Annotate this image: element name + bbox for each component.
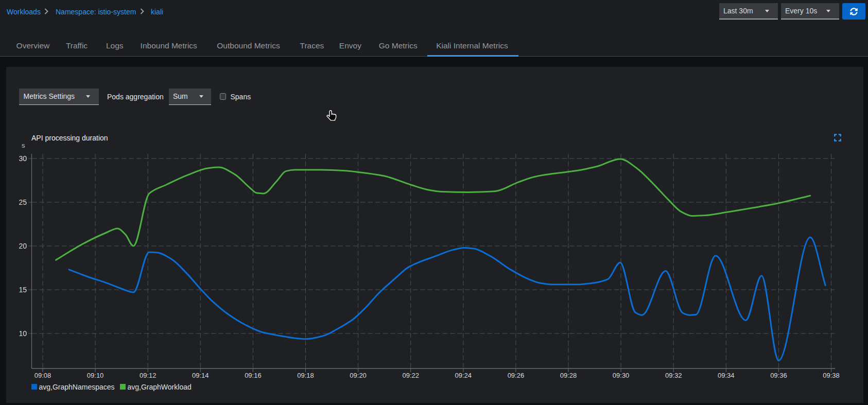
svg-text:avg,GraphNamespaces: avg,GraphNamespaces [39,383,115,391]
svg-text:09:32: 09:32 [665,372,682,379]
svg-text:09:30: 09:30 [613,372,630,379]
svg-text:09:28: 09:28 [560,372,577,379]
svg-text:09:26: 09:26 [508,372,525,379]
svg-text:30: 30 [19,154,27,163]
svg-text:API processing duration: API processing duration [31,134,108,142]
svg-text:09:34: 09:34 [718,372,735,379]
svg-text:25: 25 [19,198,27,206]
svg-text:09:22: 09:22 [402,372,419,379]
svg-text:09:14: 09:14 [192,372,209,379]
svg-text:20: 20 [19,242,27,250]
svg-text:09:08: 09:08 [34,372,51,379]
svg-text:09:36: 09:36 [770,372,787,379]
svg-text:09:38: 09:38 [823,372,840,379]
svg-text:15: 15 [19,286,27,294]
svg-text:10: 10 [19,329,27,338]
svg-text:avg,GraphWorkload: avg,GraphWorkload [128,383,192,391]
svg-text:09:24: 09:24 [455,372,472,379]
svg-text:09:20: 09:20 [350,372,367,379]
svg-text:09:18: 09:18 [297,372,314,379]
svg-text:09:10: 09:10 [87,372,104,379]
svg-text:09:16: 09:16 [245,372,262,379]
svg-text:s: s [22,142,25,149]
svg-text:09:12: 09:12 [140,372,157,379]
